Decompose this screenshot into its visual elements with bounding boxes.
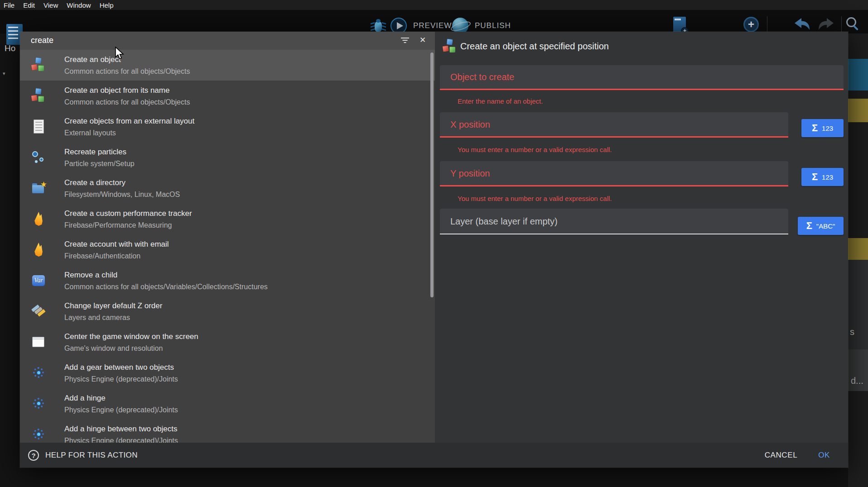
action-subtitle: Firebase/Performance Measuring [64, 221, 172, 229]
background-object-blue [848, 59, 868, 91]
action-title: Create a directory [64, 178, 125, 187]
search-bar[interactable]: create ✕ [20, 32, 435, 50]
layers-icon [31, 304, 46, 319]
action-title: Create account with with email [64, 240, 169, 249]
list-item-create-directory[interactable]: ★ Create a directory Filesystem/Windows,… [20, 173, 435, 204]
debug-bug-icon[interactable] [369, 17, 387, 33]
background-text-fragment: s [848, 260, 868, 349]
gdevelop-window: File Edit View Window Help PREVIEW PUBLI… [0, 0, 868, 487]
list-item-add-hinge-two-objects[interactable]: Add a hinge between two objects Physics … [20, 419, 435, 443]
action-subtitle: Layers and cameras [64, 314, 130, 322]
action-results-list: Create an object Common actions for all … [20, 50, 435, 443]
instruction-editor-dialog: create ✕ Create an object Common actions… [20, 32, 848, 468]
action-subtitle: Common actions for all objects/Objects [64, 98, 190, 106]
layer-field-placeholder: Layer (base layer if empty) [450, 216, 558, 226]
action-title: Change layer default Z order [64, 301, 162, 310]
list-item-add-gear[interactable]: Add a gear between two objects Physics E… [20, 358, 435, 388]
object-field-helper: Enter the name of an object. [458, 97, 543, 105]
search-input[interactable]: create [31, 36, 53, 45]
list-item-recreate-particles[interactable]: Recreate particles Particle system/Setup [20, 142, 435, 173]
x-field-error: You must enter a number or a valid expre… [458, 146, 612, 153]
layer-field[interactable]: Layer (base layer if empty) [440, 209, 788, 234]
x-field-placeholder: X position [450, 119, 490, 129]
list-item-create-object-from-name[interactable]: Create an object from its name Common ac… [20, 81, 435, 111]
external-layout-icon [31, 119, 46, 134]
preview-button[interactable]: PREVIEW [413, 21, 452, 30]
folder-star-icon: ★ [31, 181, 46, 196]
action-subtitle: Physics Engine (deprecated)/Joints [64, 437, 178, 443]
firebase-flame-icon [31, 242, 46, 258]
gear-icon [31, 365, 46, 381]
help-icon[interactable]: ? [28, 450, 39, 461]
background-editor-strip: s d... [848, 33, 868, 487]
dialog-footer: ? HELP FOR THIS ACTION CANCEL OK [20, 443, 848, 468]
action-title: Create objects from an external layout [64, 117, 194, 126]
toolbar: PREVIEW PUBLISH + + + + − [0, 10, 868, 33]
list-item-performance-tracker[interactable]: Create a custom performance tracker Fire… [20, 204, 435, 234]
y-expression-button[interactable]: Σ 123 [801, 168, 844, 186]
x-expression-button[interactable]: Σ 123 [801, 119, 844, 137]
undo-icon[interactable] [793, 17, 811, 33]
number-expression-label: 123 [822, 124, 833, 132]
action-title: Create an object [64, 55, 121, 64]
y-field-placeholder: Y position [450, 168, 490, 178]
number-expression-label: 123 [822, 173, 833, 181]
action-subtitle: Common actions for all objects/Variables… [64, 283, 268, 291]
list-item-remove-a-child[interactable]: Var Remove a child Common actions for al… [20, 265, 435, 296]
menu-view[interactable]: View [43, 1, 58, 9]
list-item-change-z-order[interactable]: Change layer default Z order Layers and … [20, 296, 435, 327]
add-new-icon[interactable]: + [743, 17, 759, 32]
sigma-icon: Σ [806, 220, 812, 232]
menu-edit[interactable]: Edit [23, 1, 35, 9]
sigma-icon: Σ [812, 171, 818, 183]
objects-cubes-icon [442, 39, 456, 53]
action-config-panel: Create an object at specified position O… [435, 32, 848, 443]
action-subtitle: Game's window and resolution [64, 344, 163, 353]
publish-button[interactable]: PUBLISH [475, 21, 511, 30]
close-icon[interactable]: ✕ [420, 35, 426, 45]
list-item-create-account-email[interactable]: Create account with with email Firebase/… [20, 234, 435, 265]
menu-file[interactable]: File [4, 1, 14, 9]
list-item-create-an-object[interactable]: Create an object Common actions for all … [20, 50, 435, 81]
objects-cubes-icon [31, 88, 46, 104]
ok-button[interactable]: OK [818, 451, 830, 460]
action-subtitle: Common actions for all objects/Objects [64, 67, 190, 76]
action-title: Remove a child [64, 271, 117, 280]
action-title: Recreate particles [64, 148, 126, 157]
menu-window[interactable]: Window [67, 1, 91, 9]
action-title: Add a hinge between two objects [64, 425, 178, 434]
menu-help[interactable]: Help [100, 1, 114, 9]
action-subtitle: Firebase/Authentication [64, 252, 140, 260]
x-position-field[interactable]: X position [440, 112, 788, 138]
help-for-this-action-button[interactable]: HELP FOR THIS ACTION [45, 451, 138, 460]
home-tab-fragment: Ho [5, 43, 15, 53]
list-item-center-game-window[interactable]: Center the game window on the screen Gam… [20, 327, 435, 358]
window-icon [31, 334, 46, 350]
filter-icon[interactable] [400, 38, 410, 44]
firebase-flame-icon [31, 211, 46, 227]
background-object-olive [848, 238, 868, 260]
add-scene-icon[interactable]: + [673, 17, 686, 33]
object-to-create-field[interactable]: Object to create [440, 65, 844, 90]
layer-expression-button[interactable]: Σ "ABC" [798, 217, 844, 235]
redo-icon[interactable] [817, 17, 835, 33]
action-title: Add a gear between two objects [64, 363, 174, 372]
y-position-field[interactable]: Y position [440, 161, 788, 186]
action-subtitle: Filesystem/Windows, Linux, MacOS [64, 191, 180, 199]
background-object-olive [848, 99, 868, 122]
toolbar-divider [841, 16, 842, 33]
sigma-icon: Σ [812, 122, 818, 134]
particles-icon [31, 150, 46, 165]
action-subtitle: Particle system/Setup [64, 160, 135, 168]
action-subtitle: External layouts [64, 129, 116, 137]
list-item-add-hinge[interactable]: Add a hinge Physics Engine (deprecated)/… [20, 388, 435, 419]
string-expression-label: "ABC" [816, 222, 835, 230]
action-config-title: Create an object at specified position [460, 41, 609, 52]
list-item-create-from-external-layout[interactable]: Create objects from an external layout E… [20, 111, 435, 142]
search-icon[interactable] [846, 17, 856, 27]
objects-cubes-icon [31, 57, 46, 73]
list-scrollbar[interactable] [430, 53, 434, 297]
mouse-cursor [115, 47, 125, 62]
object-field-placeholder: Object to create [450, 72, 514, 82]
cancel-button[interactable]: CANCEL [765, 451, 798, 460]
